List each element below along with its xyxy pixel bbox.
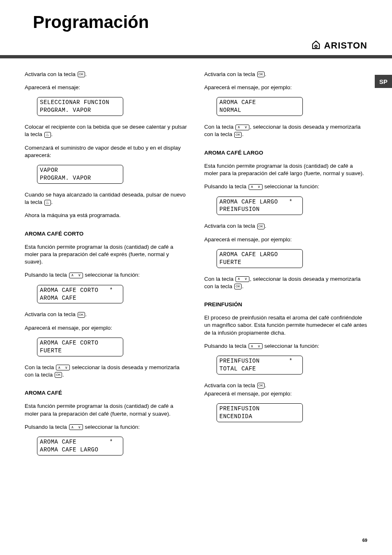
ok-key-icon: OK xyxy=(257,224,265,229)
brand-row: ARISTON xyxy=(0,40,392,55)
text: Aparecerá el mensaje, por ejemplo: xyxy=(25,324,188,332)
text: Activarla con la tecla OK. xyxy=(25,311,188,318)
text: . xyxy=(265,223,267,229)
text: Esta función permite programar la dosis … xyxy=(25,243,188,266)
page-number: 69 xyxy=(362,538,367,543)
text: . xyxy=(242,131,244,137)
arrows-key-icon: ∧∨ xyxy=(249,343,263,349)
text: Comenzará el suministro de vapor desde e… xyxy=(25,144,188,159)
lcd-line: FUERTE xyxy=(40,347,120,355)
text: Esta función permite programar la dosis … xyxy=(25,402,188,417)
ariston-logo-icon xyxy=(311,40,321,51)
text: Con la tecla ∧∨, seleccionar la dosis de… xyxy=(204,123,367,138)
text: . xyxy=(85,71,87,77)
text: . xyxy=(62,372,64,378)
text: Aparecerá el mensaje, por ejemplo: xyxy=(204,390,367,398)
steam-key-icon: ♨ xyxy=(44,132,51,138)
text: Activarla con la tecla xyxy=(204,71,257,77)
lcd-line: AROMA CAFE LARGO xyxy=(40,446,120,454)
arrows-key-icon: ∧∨ xyxy=(235,125,249,130)
lcd-line: AROMA CAFE xyxy=(219,99,300,106)
lcd-line: PREINFUSION * xyxy=(219,357,300,365)
lcd-line: AROMA CAFE LARGO * xyxy=(219,198,300,206)
text: Con la tecla ∧∨ seleccionar la dosis des… xyxy=(25,364,188,379)
text: . xyxy=(51,131,53,137)
ok-key-icon: OK xyxy=(257,383,265,388)
text: Aparecerá el mensaje, por ejemplo: xyxy=(204,236,367,243)
text: . xyxy=(85,311,87,317)
lcd-display: AROMA CAFE CORTO FUERTE xyxy=(37,338,123,356)
lcd-display: AROMA CAFE LARGO * PREINFUSION xyxy=(217,197,303,215)
lcd-line: AROMA CAFE CORTO xyxy=(40,339,120,347)
text: Pulsando la tecla xyxy=(25,272,69,278)
text: Colocar el recipiente con la bebida que … xyxy=(25,123,188,138)
text: Aparecerá el mensaje, por ejemplo: xyxy=(204,84,367,91)
text: Activarla con la tecla OK. xyxy=(25,71,188,78)
text: El proceso de preinfusión resalta el aro… xyxy=(204,314,367,337)
section-heading: AROMA CAFÉ LARGO xyxy=(204,149,367,157)
ok-key-icon: OK xyxy=(78,72,85,77)
lcd-line: TOTAL CAFE xyxy=(219,365,300,373)
left-column: Activarla con la tecla OK. Aparecerá el … xyxy=(25,71,188,463)
lcd-display: AROMA CAFE * AROMA CAFE LARGO xyxy=(37,437,123,456)
arrows-key-icon: ∧∨ xyxy=(249,184,263,190)
lcd-display: SELECCIONAR FUNCION PROGRAM. VAPOR xyxy=(37,97,123,116)
text: Activarla con la tecla xyxy=(204,223,257,229)
text: Pulsando la tecla xyxy=(204,343,248,349)
lcd-display: VAPOR PROGRAM. VAPOR xyxy=(37,165,123,184)
header-divider xyxy=(0,55,392,58)
steam-key-icon: ♨ xyxy=(44,200,51,206)
lcd-line: PROGRAM. VAPOR xyxy=(40,174,120,182)
brand-name: ARISTON xyxy=(324,40,367,51)
text: . xyxy=(265,71,267,77)
text: seleccionar la función: xyxy=(263,343,319,349)
language-tab: SP xyxy=(375,75,392,88)
text: . xyxy=(242,283,244,289)
text: seleccionar la función: xyxy=(83,424,140,430)
lcd-line: SELECCIONAR FUNCION xyxy=(40,99,120,106)
lcd-line: FUERTE xyxy=(219,259,300,266)
page-title: Programación xyxy=(0,0,392,40)
text: Pulsando la tecla xyxy=(204,183,248,190)
ok-key-icon: OK xyxy=(234,132,242,138)
arrows-key-icon: ∧∨ xyxy=(69,424,83,430)
arrows-key-icon: ∧∨ xyxy=(69,273,83,278)
section-heading: AROMA CAFÉ xyxy=(25,389,188,397)
text: Aparecerá el mensaje: xyxy=(25,84,188,91)
lcd-display: PREINFUSION ENCENDIDA xyxy=(217,403,303,422)
ok-key-icon: OK xyxy=(257,72,265,77)
ok-key-icon: OK xyxy=(78,312,85,318)
content-area: Activarla con la tecla OK. Aparecerá el … xyxy=(0,58,392,463)
text: Con la tecla xyxy=(25,364,55,370)
ok-key-icon: OK xyxy=(55,372,62,378)
text: Activarla con la tecla xyxy=(25,311,77,317)
text: Ahora la máquina ya está programada. xyxy=(25,212,188,219)
text: Activarla con la tecla OK. xyxy=(204,382,367,389)
text: Pulsando la tecla ∧∨ seleccionar la func… xyxy=(25,271,188,279)
lcd-display: PREINFUSION * TOTAL CAFE xyxy=(217,356,303,375)
lcd-line: ENCENDIDA xyxy=(219,413,300,421)
text: Cuando se haya alcanzado la cantidad des… xyxy=(25,191,188,206)
right-column: Activarla con la tecla OK. Aparecerá el … xyxy=(204,71,367,463)
lcd-line: PREINFUSION xyxy=(219,405,300,413)
text: Activarla con la tecla xyxy=(204,382,257,388)
lcd-line: PREINFUSION xyxy=(219,206,300,213)
text: . xyxy=(51,199,53,205)
text: . xyxy=(265,382,267,388)
text: Pulsando la tecla xyxy=(25,424,69,430)
lcd-line: PROGRAM. VAPOR xyxy=(40,106,120,114)
arrows-key-icon: ∧∨ xyxy=(235,276,249,282)
text: Con la tecla xyxy=(204,276,235,282)
arrows-key-icon: ∧∨ xyxy=(56,365,70,370)
lcd-display: AROMA CAFE NORMAL xyxy=(217,97,303,116)
text: Activarla con la tecla xyxy=(25,71,77,77)
section-heading: PREINFUSIÓN xyxy=(204,301,367,308)
lcd-line: AROMA CAFE LARGO xyxy=(219,251,300,259)
lcd-line: AROMA CAFE CORTO * xyxy=(40,287,120,294)
text: seleccionar la función: xyxy=(263,183,319,190)
text: Con la tecla xyxy=(204,124,235,130)
text: Pulsando la tecla ∧∨ seleccionar la func… xyxy=(204,342,367,350)
lcd-line: VAPOR xyxy=(40,166,120,174)
text: Con la tecla ∧∨, seleccionar la dosis de… xyxy=(204,275,367,290)
lcd-line: AROMA CAFE xyxy=(40,294,120,302)
